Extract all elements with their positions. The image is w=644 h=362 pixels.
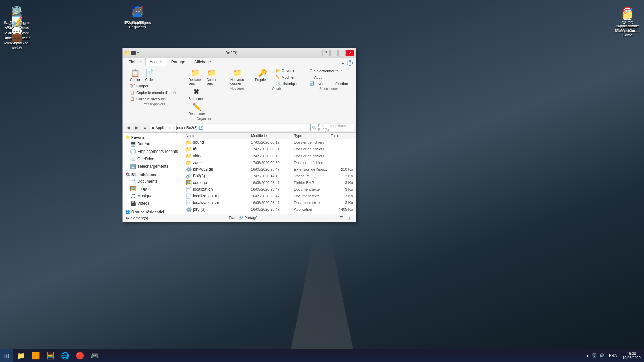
file-row[interactable]: 📁 t6r 17/05/2020 00:51 Dossier de fichie… [183,146,356,153]
file-name-cell: 🔗 Bo2(3) [183,173,251,179]
file-type-cell: Dossier de fichiers [294,161,331,165]
file-name-text: t6r [193,147,198,152]
ribbon-sel-tout-btn[interactable]: ☑ Sélectionner tout [307,68,350,74]
taskbar-chrome[interactable]: 🌐 [58,349,72,362]
nav-bureau[interactable]: 🖥️ Bureau [123,140,183,148]
file-name-cell: 📁 video [183,153,251,159]
tab-fichier[interactable]: Fichier [124,58,145,66]
tab-affichage[interactable]: Affichage [190,58,215,66]
col-header-size[interactable]: Taille [331,134,356,138]
search-box[interactable]: 🔍 Rechercher dans : Bo2(3) [310,124,354,131]
desktop-icon-travail[interactable]: 💼 Travail [3,28,30,50]
file-row[interactable]: 📁 sound 17/05/2020 00:12 Dossier de fich… [183,139,356,146]
file-row[interactable]: ⚙️ piry (3) 16/05/2020 23:47 Application… [183,206,356,213]
forward-button[interactable]: ▶ [133,124,140,131]
file-type-cell: Raccourci [294,174,331,178]
ribbon-inverser-btn[interactable]: 🔄 Inverser la sélection [307,81,350,86]
file-row[interactable]: ⚙️ binkw32.dll 16/05/2020 23:47 Extensio… [183,166,356,173]
ribbon-copier-vers-btn[interactable]: 📁 Copiervers [205,68,218,86]
desktop: 🗑️ Corbeille 📁 css_content_a... ⚙️ Sandi… [0,0,644,362]
ribbon-copier-chemin-btn[interactable]: 📋 Copier le chemin d'accès [128,89,179,95]
ribbon-copier-btn[interactable]: 📋 Copier [128,68,142,82]
ribbon-supprimer-btn[interactable]: ✖ Supprimer [186,87,206,101]
up-button[interactable]: ▲ [141,124,149,131]
file-date-cell: 17/05/2020 00:13 [251,154,294,158]
desktop-icon-applications-jeux[interactable]: 📁 Applications jeux [614,7,641,33]
taskbar-unknown[interactable]: 🟧 [28,349,43,362]
ribbon-nouveau-dossier-btn[interactable]: 📁 Nouveaudossier [228,68,246,86]
close-button[interactable]: ✕ [346,50,354,56]
maximize-button[interactable]: □ [338,50,346,56]
taskbar-epic[interactable]: 🎮 [87,349,102,362]
ribbon-ouvrir-btn[interactable]: 📂 Ouvrir ▾ [274,68,301,74]
address-path[interactable]: ▶ Applications jeux › Bo2(3) 🔄 [150,124,309,131]
ribbon-group-selectionner: ☑ Sélectionner tout ☐ Aucun 🔄 Inverser l… [305,67,353,92]
nav-telechargements[interactable]: ⬇️ Téléchargements [123,163,183,170]
file-date-cell: 16/05/2020 23:47 [251,207,294,212]
tray-expand-icon[interactable]: ▲ [586,354,589,358]
desktop-icon-platoon[interactable]: 🎮 pla toon [124,3,151,25]
file-row[interactable]: 📁 video 17/05/2020 00:13 Dossier de fich… [183,153,356,159]
nav-onedrive[interactable]: ☁️ OneDrive [123,155,183,163]
ribbon-coller-raccourci-btn[interactable]: 📋 Coller le raccourci [128,96,179,102]
file-row[interactable]: 🖼️ codlogo 16/05/2020 23:47 Fichier BMP … [183,179,356,186]
ribbon-deplacer-btn[interactable]: 📁 Déplacervers [186,68,204,86]
nav-documents[interactable]: 📄 Documents [123,178,183,185]
nav-groupe-header[interactable]: 👥 Groupe résidentiel [123,208,183,214]
collapse-ribbon-icon[interactable]: ▲ [341,61,345,65]
file-row[interactable]: 📄 localization 16/05/2020 23:47 Document… [183,186,356,193]
taskbar-circle-app[interactable]: 🔴 [72,349,87,362]
nav-images[interactable]: 🖼️ Images [123,185,183,192]
file-row[interactable]: 📄 localization_mp 16/05/2020 23:47 Docum… [183,193,356,199]
nav-videos[interactable]: 🎬 Vidéos [123,200,183,207]
nav-musique[interactable]: 🎵 Musique [123,192,183,200]
file-name-cell: 📄 localization_zm [183,200,251,205]
file-type-cell: Extension de l'app... [294,167,331,171]
tray-volume-icon[interactable]: 🔊 [599,353,604,358]
back-button[interactable]: ◀ [124,124,132,131]
nav-section-groupe: 👥 Groupe résidentiel [123,208,183,214]
ribbon-aucun-btn[interactable]: ☐ Aucun [307,74,350,80]
file-name-cell: 📁 sound [183,140,251,145]
col-header-type[interactable]: Type [294,134,331,138]
file-date-cell: 16/05/2020 23:47 [251,181,294,185]
taskbar-explorer[interactable]: 📁 [13,349,28,362]
taskbar-clock[interactable]: 19:30 19/05/2020 [619,352,644,360]
ribbon-coller-btn[interactable]: 📄 Coller [143,68,156,82]
ribbon-renommer-btn[interactable]: ✏️ Renommer [186,102,207,116]
edit-icon: ✏️ [276,75,280,79]
clock-time: 19:30 [622,352,641,356]
file-row[interactable]: 🔗 Bo2(3) 17/05/2020 14:19 Raccourci 2 Ko [183,173,356,179]
view-large-btn[interactable]: ⊞ [346,215,353,221]
view-details-btn[interactable]: ☰ [338,215,345,221]
tab-partage[interactable]: Partage [167,58,190,66]
ribbon-couper-btn[interactable]: ✂️ Couper [128,83,179,89]
file-name-text: binkw32.dll [193,167,213,172]
nav-favoris-header[interactable]: ⭐ Favoris [123,134,183,140]
start-button[interactable]: ⊞ [0,349,13,362]
file-row[interactable]: 📄 localization_zm 16/05/2020 23:47 Docum… [183,199,356,206]
open-icon: 📂 [276,69,280,73]
ribbon-historique-btn[interactable]: 🕒 Historique [274,81,301,86]
tab-accueil[interactable]: Accueil [145,58,167,66]
file-row[interactable]: 📁 zone 17/05/2020 00:50 Dossier de fichi… [183,159,356,166]
taskbar-calc[interactable]: 🧮 [43,349,58,362]
ribbon-modifier-btn[interactable]: ✏️ Modifier [274,74,301,80]
nav-bibliotheques-header[interactable]: 📚 Bibliothèques [123,171,183,178]
cut-icon: ✂️ [130,84,135,88]
col-header-name[interactable]: Nom [183,134,251,138]
file-name-cell: 🖼️ codlogo [183,180,251,185]
help-ribbon-icon[interactable]: ? [347,60,353,66]
help-button[interactable]: ? [322,50,330,56]
refresh-icon[interactable]: 🔄 [199,126,204,130]
ouvrir-buttons: 🔑 Propriétés 📂 Ouvrir ▾ ✏️ Modifier [253,68,300,86]
file-type-cell: Dossier de fichiers [294,140,331,144]
nav-recent[interactable]: 🕒 Emplacements récents [123,148,183,155]
ouvrir-label: Ouvrir [272,86,281,91]
minimize-button[interactable]: ─ [330,50,338,56]
ribbon-proprietes-btn[interactable]: 🔑 Propriétés [253,68,272,86]
file-size-cell: 3 Ko [331,187,356,191]
taskbar-language: FRA [607,353,619,358]
file-date-cell: 17/05/2020 00:12 [251,140,294,144]
col-header-date[interactable]: Modifié le [251,134,294,138]
